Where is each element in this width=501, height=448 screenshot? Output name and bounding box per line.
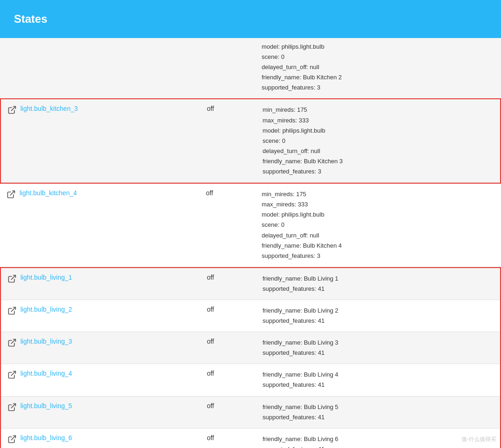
state-cell: off xyxy=(200,364,256,396)
external-link-icon xyxy=(7,403,17,412)
top-partial-row: model: philips.light.bulbscene: 0delayed… xyxy=(0,38,501,98)
external-link-icon xyxy=(7,105,17,115)
entity-cell: light.bulb_living_4 xyxy=(1,364,200,396)
entity-link[interactable]: light.bulb_kitchen_4 xyxy=(19,189,77,197)
svg-line-6 xyxy=(11,403,15,408)
table-row: light.bulb_kitchen_3offmin_mireds: 175ma… xyxy=(1,99,500,183)
attributes-cell: friendly_name: Bulb Living 2supported_fe… xyxy=(256,300,500,332)
entity-link[interactable]: light.bulb_living_3 xyxy=(20,338,72,345)
top-empty-entity xyxy=(0,38,199,98)
attributes-cell: min_mireds: 175max_mireds: 333model: phi… xyxy=(255,184,501,267)
selected-row-kitchen3: light.bulb_kitchen_3offmin_mireds: 175ma… xyxy=(0,98,501,184)
entity-cell: light.bulb_living_3 xyxy=(1,332,200,364)
table-row: light.bulb_living_5offfriendly_name: Bul… xyxy=(1,397,500,429)
top-empty-state xyxy=(199,38,255,98)
entity-cell: light.bulb_living_5 xyxy=(1,397,200,428)
state-cell: off xyxy=(200,397,256,428)
svg-line-0 xyxy=(11,107,15,111)
state-cell: off xyxy=(200,99,256,182)
page-title: States xyxy=(14,13,47,26)
svg-line-4 xyxy=(11,339,15,344)
entity-link[interactable]: light.bulb_living_1 xyxy=(20,274,72,281)
table-row: light.bulb_living_2offfriendly_name: Bul… xyxy=(1,300,500,332)
svg-line-2 xyxy=(11,275,15,279)
entity-cell: light.bulb_kitchen_3 xyxy=(1,99,200,182)
external-link-icon xyxy=(7,435,17,444)
entity-cell: light.bulb_living_6 xyxy=(1,429,200,448)
entity-cell: light.bulb_living_2 xyxy=(1,300,200,332)
svg-line-3 xyxy=(11,307,15,311)
entity-cell: light.bulb_living_1 xyxy=(1,268,200,300)
watermark: 值·什么值得买 xyxy=(462,435,496,443)
state-cell: off xyxy=(199,184,255,267)
external-link-icon xyxy=(7,370,17,379)
external-link-icon xyxy=(7,274,17,283)
state-cell: off xyxy=(200,300,256,332)
entity-cell: light.bulb_kitchen_4 xyxy=(0,184,199,267)
external-link-icon xyxy=(6,190,16,199)
table-row: light.bulb_kitchen_4offmin_mireds: 175ma… xyxy=(0,184,501,267)
entity-link[interactable]: light.bulb_living_4 xyxy=(20,370,72,377)
entity-link[interactable]: light.bulb_living_6 xyxy=(20,434,72,442)
table-row: light.bulb_living_1offfriendly_name: Bul… xyxy=(1,268,500,300)
page-header: States xyxy=(0,0,501,38)
table-row: light.bulb_living_4offfriendly_name: Bul… xyxy=(1,364,500,396)
attributes-cell: friendly_name: Bulb Living 5supported_fe… xyxy=(256,397,500,428)
table-row: light.bulb_living_3offfriendly_name: Bul… xyxy=(1,332,500,364)
table-row: light.bulb_living_6offfriendly_name: Bul… xyxy=(1,429,500,448)
states-table: light.bulb_kitchen_3offmin_mireds: 175ma… xyxy=(0,98,501,448)
svg-line-5 xyxy=(11,371,15,376)
selected-group-living: light.bulb_living_1offfriendly_name: Bul… xyxy=(0,267,501,448)
attributes-cell: friendly_name: Bulb Living 4supported_fe… xyxy=(256,364,500,396)
attributes-cell: friendly_name: Bulb Living 3supported_fe… xyxy=(256,332,500,364)
entity-link[interactable]: light.bulb_kitchen_3 xyxy=(20,105,78,112)
svg-line-7 xyxy=(11,435,15,440)
entity-link[interactable]: light.bulb_living_2 xyxy=(20,306,72,313)
state-cell: off xyxy=(200,268,256,300)
external-link-icon xyxy=(7,306,17,315)
attributes-cell: min_mireds: 175max_mireds: 333model: phi… xyxy=(256,99,500,182)
external-link-icon xyxy=(7,338,17,347)
top-partial-attributes: model: philips.light.bulbscene: 0delayed… xyxy=(255,38,501,98)
entity-link[interactable]: light.bulb_living_5 xyxy=(20,402,72,410)
svg-line-1 xyxy=(10,191,14,195)
state-cell: off xyxy=(200,332,256,364)
state-cell: off xyxy=(200,429,256,448)
attributes-cell: friendly_name: Bulb Living 1supported_fe… xyxy=(256,268,500,300)
